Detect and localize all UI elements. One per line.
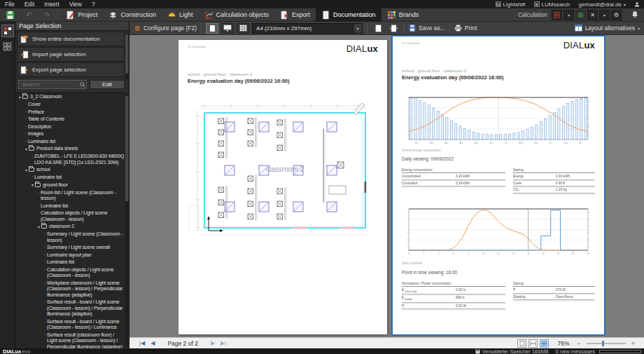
tree-folder[interactable]: ▾school [15, 166, 126, 174]
next-page-button[interactable]: ▶ [208, 340, 218, 346]
lumsearch-button[interactable]: ≋ LUMsearch [530, 0, 575, 8]
calculation-mode-dropdown[interactable]: ▾ [564, 10, 574, 20]
tree-item[interactable]: ·Table of Contents [15, 116, 126, 123]
page-selection-tool-button[interactable] [1, 25, 14, 37]
layout-alternatives-button[interactable]: Layout alternatives ▾ [570, 22, 644, 35]
tree-item[interactable]: ·Preface [15, 109, 126, 116]
menu-edit[interactable]: Edit [20, 1, 40, 8]
user-icon[interactable] [630, 0, 644, 8]
tree-item[interactable]: ·Workplane classroom / Light scene (Clas… [15, 280, 126, 299]
tree-item[interactable]: ·Summary / Light scene overall [15, 244, 126, 252]
tree-item[interactable]: ·Calculation objects / Light scene (Clas… [15, 266, 126, 280]
tab-project[interactable]: Project [60, 8, 103, 22]
start-calculation-button[interactable] [575, 10, 586, 20]
expand-arrow-icon[interactable]: ▾ [24, 168, 29, 174]
tree-item[interactable]: ·Luminaire list [15, 203, 126, 210]
save-button[interactable] [0, 8, 20, 22]
calculation-grid-icon [554, 12, 560, 18]
zoom-slider[interactable] [587, 343, 626, 344]
menu-insert[interactable]: Insert [39, 1, 64, 8]
document-page-2-selected[interactable]: 3.2 Classroom DIALux school · ground flo… [391, 35, 606, 336]
account-menu[interactable]: gerhardt@dial.de ▾ [574, 0, 630, 8]
tree-item[interactable]: ·ZUMTOBEL - LFE E LED3600-830 M600Q LDO … [15, 153, 126, 166]
redo-button[interactable]: ↷ [38, 8, 55, 22]
tool-strip [0, 22, 15, 348]
fit-page-button[interactable] [517, 339, 526, 348]
view-table-button[interactable] [237, 23, 249, 34]
messages-status[interactable]: 0 new messages [556, 348, 595, 354]
tree-scrollbar[interactable] [125, 94, 128, 347]
folder-icon [35, 183, 41, 187]
tree-folder[interactable]: ▾Product data sheets [15, 145, 126, 153]
row-value: Open/None [556, 295, 595, 299]
tab-brands[interactable]: Brands [382, 8, 425, 22]
cancel-dropdown[interactable]: ▾ [599, 10, 610, 20]
zoom-out-button[interactable]: − [575, 340, 582, 347]
fit-width-button[interactable] [528, 339, 538, 348]
tree-item[interactable]: ·Luminaire layout plan [15, 252, 126, 259]
row-value: 0.90 € [556, 182, 595, 185]
export-page-selection-button[interactable]: Export page selection [17, 62, 125, 77]
first-page-button[interactable]: |◀ [136, 340, 148, 346]
edit-button[interactable]: Edit [90, 80, 125, 89]
tree-item[interactable]: ·Room list / Light scene (Classroom - le… [15, 189, 126, 203]
table-row: Costs0.90 € [513, 180, 595, 187]
tree-item[interactable]: ·Calculation objects / Light scene (Clas… [15, 210, 126, 223]
duplicate-page-button[interactable] [387, 23, 400, 34]
add-page-button[interactable] [372, 23, 384, 34]
zoom-in-button[interactable]: + [629, 340, 637, 347]
tree-item[interactable]: ·Summary / Light scene (Classroom - less… [15, 231, 126, 244]
panel-scrollbar[interactable] [125, 33, 128, 79]
zoom-slider-knob[interactable] [602, 341, 604, 346]
app-name: DIALux [3, 348, 21, 354]
tree-item[interactable]: ·Images [15, 130, 126, 138]
multi-page-view-button[interactable] [540, 339, 549, 348]
tree-item[interactable]: ·Surface result - board / Light scene (C… [15, 318, 126, 332]
tree-folder[interactable]: ▾3_2 Classroom [15, 93, 126, 101]
lightshift-button[interactable]: Ls Lightshift [491, 0, 530, 8]
page-format-select[interactable]: A4 (210mm x 297mm) ▾ [252, 23, 363, 34]
expand-arrow-icon[interactable]: ▾ [30, 182, 35, 189]
tree-item-label: Images [28, 131, 125, 137]
calculation-mode-button[interactable] [552, 10, 562, 20]
settings-button[interactable]: ⚙ [611, 10, 622, 20]
menu-help[interactable]: ? [87, 1, 100, 8]
undo-button[interactable]: ↶ [20, 8, 38, 22]
expand-arrow-icon[interactable]: ▾ [36, 224, 41, 231]
expand-arrow-icon[interactable]: ▾ [18, 95, 22, 101]
save-as-button[interactable]: Save as... [405, 22, 449, 35]
menu-file[interactable]: File [0, 1, 20, 8]
configure-page-button[interactable]: ⚙ Configure page (F2) [130, 22, 201, 35]
last-page-button[interactable]: ▶| [218, 340, 229, 346]
views-tool-button[interactable] [1, 40, 14, 53]
tab-construction[interactable]: Construction [103, 8, 162, 22]
menu-view[interactable]: View [64, 1, 87, 8]
print-button[interactable]: Print [450, 22, 481, 35]
tree-folder[interactable]: ▾ground floor [15, 182, 126, 189]
tab-calculation-objects[interactable]: Calculation objects [199, 8, 275, 22]
row-label: CO₂ [513, 188, 556, 191]
notifications-button[interactable] [626, 11, 644, 20]
tab-light[interactable]: Light [162, 8, 199, 22]
svg-text:4: 4 [438, 252, 440, 255]
tree-item[interactable]: ·Surface result - board / Light scene (C… [15, 299, 126, 318]
tree-item[interactable]: ·Surface result (classroom floor) / Ligh… [15, 332, 126, 349]
previous-page-button[interactable]: ◀ [148, 340, 158, 346]
view-screen-button[interactable] [221, 23, 234, 34]
tree-item[interactable]: ·Description [15, 123, 126, 131]
import-page-selection-button[interactable]: Import page selection [17, 47, 125, 62]
document-page-1[interactable]: 3.2 Classroom DIALux school · ground flo… [178, 40, 387, 334]
tree-item[interactable]: ·Luminaire list [15, 174, 126, 182]
tree-item[interactable]: ·Cover [15, 101, 126, 109]
show-entire-documentation-button[interactable]: Show entire documentation [17, 32, 125, 46]
cancel-calculation-button[interactable]: ✕ [587, 10, 598, 20]
undo-icon: ↶ [26, 11, 32, 20]
tree-item[interactable]: ·Luminaire list [15, 259, 126, 266]
search-input[interactable] [18, 80, 87, 89]
view-single-page-button[interactable] [206, 23, 218, 34]
tab-documentation[interactable]: Documentation [316, 8, 382, 22]
tree-folder[interactable]: ▾classroom 2 [15, 223, 126, 231]
tab-export[interactable]: Export [274, 8, 316, 22]
expand-arrow-icon[interactable]: ▾ [24, 147, 29, 153]
tree-item[interactable]: ·Luminaire list [15, 138, 126, 146]
